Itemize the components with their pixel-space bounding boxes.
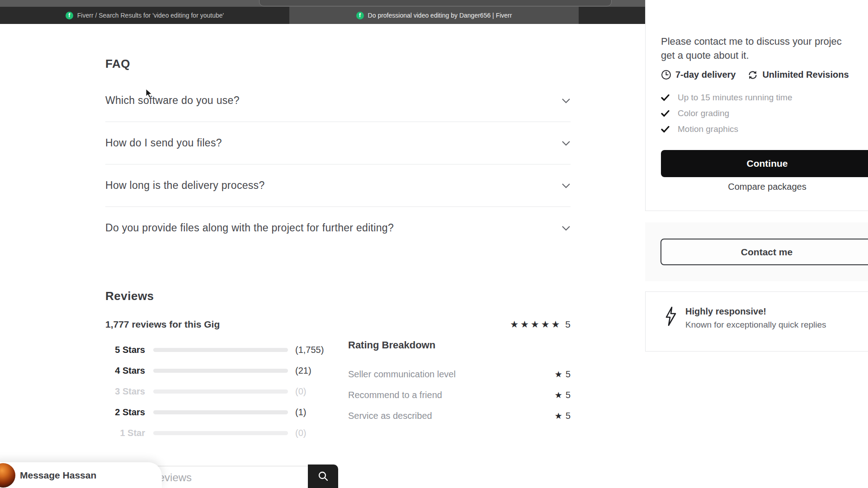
star-icon: ★	[555, 369, 562, 380]
histogram-count: (1,755)	[295, 345, 324, 355]
refresh-icon	[747, 70, 758, 80]
histogram-bar	[153, 348, 288, 352]
package-card: Please contact me to discuss your projec…	[645, 0, 868, 211]
breakdown-value: ★ 5	[555, 369, 571, 380]
delivery-time-label: 7-day delivery	[675, 70, 736, 80]
histogram-count: (1)	[295, 407, 306, 418]
histogram-count: (0)	[295, 428, 306, 438]
mouse-cursor	[146, 89, 153, 99]
histogram-label: 5 Stars	[105, 345, 145, 355]
reviews-count-text: 1,777 reviews for this Gig	[105, 319, 220, 330]
message-seller-bubble[interactable]: Message Hassan	[0, 462, 162, 488]
histogram-label: 3 Stars	[105, 386, 145, 397]
seller-avatar	[0, 463, 15, 488]
histogram-label: 4 Stars	[105, 366, 145, 376]
revisions-label: Unlimited Revisions	[762, 70, 849, 80]
breakdown-score: 5	[566, 411, 571, 421]
histogram-row[interactable]: 2 Stars (1)	[105, 402, 340, 422]
compare-packages-link[interactable]: Compare packages	[661, 182, 868, 192]
package-description-line: Please contact me to discuss your projec	[661, 34, 868, 48]
overall-rating: ★★★★★ 5	[510, 319, 571, 330]
histogram-bar	[153, 431, 288, 435]
breakdown-row: Service as described ★ 5	[348, 405, 571, 426]
faq-list: Which software do you use? How do I send…	[105, 80, 571, 249]
reviews-summary-row: 1,777 reviews for this Gig ★★★★★ 5	[105, 316, 571, 333]
search-icon	[317, 470, 329, 482]
histogram-bar	[153, 410, 288, 414]
feature-label: Motion graphics	[678, 124, 738, 134]
chevron-down-icon	[561, 225, 571, 231]
breakdown-row: Recommend to a friend ★ 5	[348, 385, 571, 405]
feature-label: Color grading	[678, 108, 729, 118]
breakdown-score: 5	[566, 390, 571, 400]
address-bar-remnant	[259, 0, 612, 6]
package-description-line: get a quote about it.	[661, 48, 868, 62]
histogram-count: (21)	[295, 366, 311, 376]
responsive-card: Highly responsive! Known for exceptional…	[645, 291, 868, 352]
fiverr-gig-page: f Fiverr / Search Results for 'video edi…	[0, 0, 868, 488]
tab-title: Fiverr / Search Results for 'video editi…	[77, 12, 224, 19]
chevron-down-icon	[561, 98, 571, 103]
rating-breakdown-heading: Rating Breakdown	[348, 339, 571, 351]
histogram-label: 2 Stars	[105, 407, 145, 418]
responsive-title: Highly responsive!	[685, 306, 766, 317]
star-icons: ★★★★★	[510, 319, 561, 330]
faq-item[interactable]: Which software do you use?	[105, 80, 571, 122]
faq-question: How do I send you files?	[105, 137, 222, 149]
check-icon	[661, 110, 670, 117]
breakdown-label: Recommend to a friend	[348, 390, 442, 400]
delivery-time: 7-day delivery	[661, 70, 736, 80]
revisions: Unlimited Revisions	[747, 70, 849, 80]
package-meta-row: 7-day delivery Unlimited Revisions	[661, 70, 849, 80]
overall-rating-value: 5	[565, 319, 571, 330]
breakdown-score: 5	[566, 369, 571, 380]
faq-question: Which software do you use?	[105, 94, 240, 107]
histogram-row: 1 Star (0)	[105, 422, 340, 443]
feature-item: Up to 15 minutes running time	[661, 89, 868, 105]
breakdown-label: Seller communication level	[348, 369, 456, 380]
feature-label: Up to 15 minutes running time	[678, 93, 792, 103]
tab-gig-page[interactable]: f Do professional video editing by Dange…	[289, 7, 579, 24]
star-icon: ★	[555, 411, 562, 421]
breakdown-value: ★ 5	[555, 390, 571, 400]
histogram-row: 3 Stars (0)	[105, 381, 340, 402]
histogram-row[interactable]: 5 Stars (1,755)	[105, 339, 340, 360]
search-button[interactable]	[308, 465, 338, 488]
fiverr-favicon-icon: f	[66, 12, 73, 19]
package-features: Up to 15 minutes running time Color grad…	[661, 89, 868, 137]
rating-breakdown: Rating Breakdown Seller communication le…	[348, 339, 571, 426]
check-icon	[661, 94, 670, 101]
clock-icon	[661, 70, 671, 80]
continue-button[interactable]: Continue	[661, 150, 868, 177]
star-icon: ★	[555, 390, 562, 400]
chevron-down-icon	[561, 141, 571, 146]
chevron-down-icon	[561, 183, 571, 188]
faq-question: How long is the delivery process?	[105, 179, 265, 192]
histogram-label: 1 Star	[105, 428, 145, 438]
histogram-count: (0)	[295, 386, 306, 397]
tab-fiverr-search[interactable]: f Fiverr / Search Results for 'video edi…	[0, 7, 289, 24]
feature-item: Color grading	[661, 105, 868, 121]
lightning-bolt-icon	[665, 306, 677, 326]
histogram-row[interactable]: 4 Stars (21)	[105, 360, 340, 381]
faq-item[interactable]: How do I send you files?	[105, 122, 571, 164]
faq-heading: FAQ	[105, 57, 130, 71]
breakdown-label: Service as described	[348, 411, 432, 421]
faq-question: Do you provide files along with the proj…	[105, 222, 394, 234]
faq-item[interactable]: Do you provide files along with the proj…	[105, 207, 571, 249]
rating-histogram: 5 Stars (1,755) 4 Stars (21) 3 Stars (0)…	[105, 339, 340, 443]
reviews-heading: Reviews	[105, 289, 154, 303]
breakdown-row: Seller communication level ★ 5	[348, 364, 571, 385]
fiverr-favicon-icon: f	[356, 12, 364, 19]
responsive-subtitle: Known for exceptionally quick replies	[685, 320, 826, 330]
contact-panel: Contact me	[645, 222, 868, 281]
histogram-bar	[153, 369, 288, 373]
message-seller-label: Message Hassan	[20, 470, 96, 481]
tab-title: Do professional video editing by Danger6…	[368, 12, 512, 19]
feature-item: Motion graphics	[661, 121, 868, 137]
faq-item[interactable]: How long is the delivery process?	[105, 164, 571, 207]
contact-me-button[interactable]: Contact me	[660, 239, 868, 265]
package-description: Please contact me to discuss your projec…	[661, 34, 868, 62]
histogram-bar	[153, 389, 288, 394]
check-icon	[661, 126, 670, 133]
